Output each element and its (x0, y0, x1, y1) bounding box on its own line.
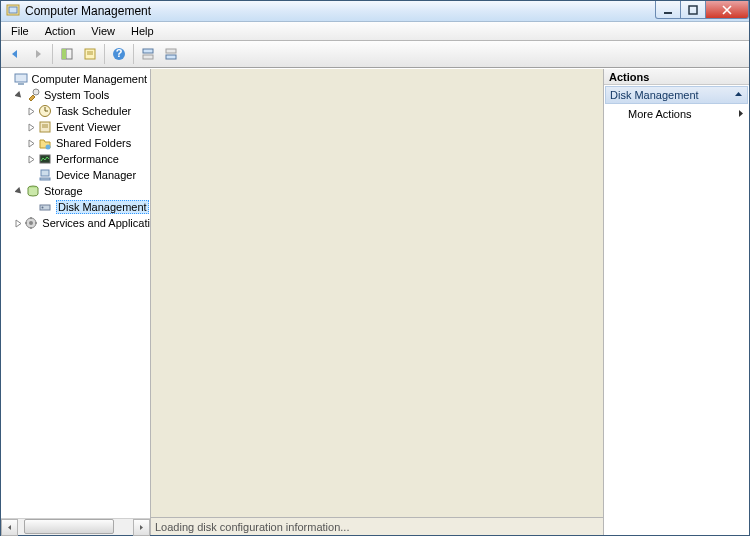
computer-management-icon (13, 71, 29, 87)
menubar: File Action View Help (1, 22, 749, 41)
show-hide-tree-button[interactable] (56, 43, 78, 65)
window: Computer Management File Action View Hel… (0, 0, 750, 536)
svg-rect-2 (664, 12, 672, 14)
tree-item-label: Event Viewer (56, 121, 121, 133)
tree-item-label: Shared Folders (56, 137, 131, 149)
window-buttons (656, 1, 749, 19)
performance-icon (37, 151, 53, 167)
view-bottom-button[interactable] (160, 43, 182, 65)
tree-item-label: System Tools (44, 89, 109, 101)
actions-pane: Actions Disk Management More Actions (604, 69, 749, 535)
status-text: Loading disk configuration information..… (155, 521, 349, 533)
services-icon (23, 215, 39, 231)
actions-header: Actions (604, 69, 749, 85)
tree-shared-folders[interactable]: Shared Folders (1, 135, 150, 151)
tree-item-label: Disk Management (56, 200, 149, 214)
actions-item-label: More Actions (628, 108, 692, 120)
titlebar[interactable]: Computer Management (1, 1, 749, 22)
shared-folder-icon (37, 135, 53, 151)
tree-item-label: Services and Applications (42, 217, 150, 229)
maximize-button[interactable] (680, 1, 706, 19)
svg-rect-1 (9, 7, 17, 13)
tree-storage[interactable]: Storage (1, 183, 150, 199)
minimize-button[interactable] (655, 1, 681, 19)
app-icon (5, 3, 21, 19)
device-manager-icon (37, 167, 53, 183)
center-pane: Loading disk configuration information..… (151, 69, 604, 535)
expand-icon[interactable] (25, 121, 37, 133)
close-button[interactable] (705, 1, 749, 19)
expand-icon[interactable] (25, 105, 37, 117)
collapse-icon[interactable] (13, 185, 25, 197)
svg-text:?: ? (116, 47, 123, 59)
tree-root-item[interactable]: Computer Management (Local (1, 71, 150, 87)
svg-point-33 (29, 221, 33, 225)
forward-button[interactable] (27, 43, 49, 65)
horizontal-scrollbar[interactable] (1, 518, 150, 535)
svg-rect-14 (166, 49, 176, 53)
tools-icon (25, 87, 41, 103)
tree-item-label: Storage (44, 185, 83, 197)
tree-item-label: Device Manager (56, 169, 136, 181)
menu-help[interactable]: Help (123, 23, 162, 39)
svg-rect-3 (689, 6, 697, 14)
expand-icon[interactable] (13, 217, 23, 229)
svg-point-31 (42, 207, 44, 209)
scroll-right-button[interactable] (133, 519, 150, 536)
clock-icon (37, 103, 53, 119)
menu-view[interactable]: View (83, 23, 123, 39)
actions-group-label: Disk Management (610, 89, 699, 101)
tree-performance[interactable]: Performance (1, 151, 150, 167)
svg-point-25 (46, 145, 51, 150)
menu-file[interactable]: File (3, 23, 37, 39)
svg-rect-27 (41, 170, 49, 176)
collapse-icon[interactable] (3, 73, 13, 85)
window-title: Computer Management (25, 4, 656, 18)
view-top-button[interactable] (137, 43, 159, 65)
tree-disk-management[interactable]: Disk Management (1, 199, 150, 215)
svg-rect-12 (143, 49, 153, 53)
tree-item-label: Computer Management (Local (32, 73, 150, 85)
actions-group-header[interactable]: Disk Management (605, 86, 748, 104)
toolbar: ? (1, 41, 749, 68)
back-button[interactable] (4, 43, 26, 65)
help-button[interactable]: ? (108, 43, 130, 65)
content: Computer Management (Local System Tools … (1, 68, 749, 535)
storage-icon (25, 183, 41, 199)
tree-event-viewer[interactable]: Event Viewer (1, 119, 150, 135)
scroll-track[interactable] (18, 519, 133, 536)
toolbar-separator (104, 44, 105, 64)
menu-action[interactable]: Action (37, 23, 84, 39)
tree-item-label: Task Scheduler (56, 105, 131, 117)
tree[interactable]: Computer Management (Local System Tools … (1, 69, 150, 518)
status-bar: Loading disk configuration information..… (151, 517, 603, 535)
toolbar-separator (52, 44, 53, 64)
submenu-arrow-icon (738, 108, 744, 120)
tree-device-manager[interactable]: Device Manager (1, 167, 150, 183)
tree-system-tools[interactable]: System Tools (1, 87, 150, 103)
center-body (151, 69, 603, 517)
svg-rect-6 (62, 49, 66, 59)
properties-button[interactable] (79, 43, 101, 65)
svg-point-18 (33, 89, 39, 95)
scroll-thumb[interactable] (24, 519, 114, 534)
expand-icon[interactable] (25, 137, 37, 149)
expand-icon[interactable] (25, 153, 37, 165)
collapse-icon[interactable] (13, 89, 25, 101)
tree-item-label: Performance (56, 153, 119, 165)
svg-rect-15 (166, 55, 176, 59)
tree-pane: Computer Management (Local System Tools … (1, 69, 151, 535)
svg-rect-17 (18, 83, 24, 85)
svg-rect-13 (143, 55, 153, 59)
scroll-left-button[interactable] (1, 519, 18, 536)
event-log-icon (37, 119, 53, 135)
svg-rect-28 (40, 178, 50, 180)
tree-task-scheduler[interactable]: Task Scheduler (1, 103, 150, 119)
actions-more-actions[interactable]: More Actions (604, 105, 749, 122)
toolbar-separator (133, 44, 134, 64)
svg-rect-16 (15, 74, 27, 82)
disk-icon (37, 199, 53, 215)
tree-services-applications[interactable]: Services and Applications (1, 215, 150, 231)
collapse-triangle-icon (734, 89, 743, 101)
